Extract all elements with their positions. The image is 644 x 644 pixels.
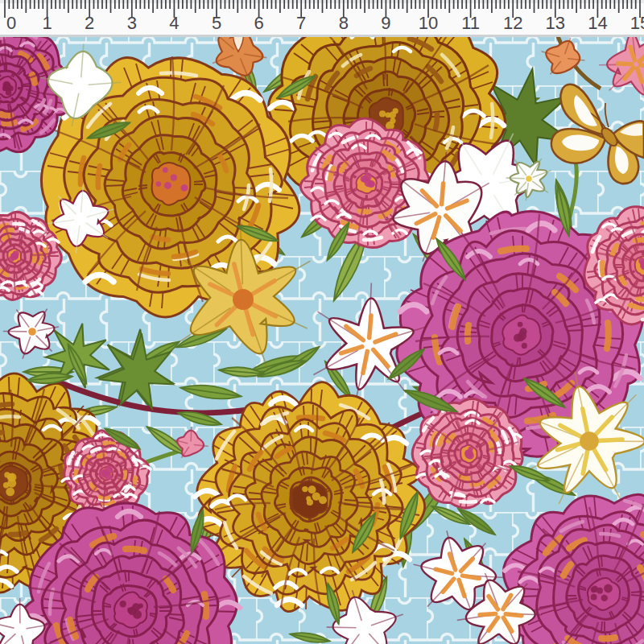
svg-text:4: 4 [169, 13, 179, 33]
svg-text:1: 1 [42, 13, 52, 33]
svg-text:9: 9 [381, 13, 390, 33]
svg-text:8: 8 [339, 13, 349, 33]
svg-text:2: 2 [85, 13, 94, 33]
svg-text:7: 7 [296, 13, 306, 33]
svg-text:11: 11 [461, 13, 480, 33]
svg-text:5: 5 [212, 13, 221, 33]
svg-text:6: 6 [254, 13, 263, 33]
svg-text:15: 15 [630, 13, 644, 33]
svg-text:13: 13 [546, 13, 565, 33]
svg-text:14: 14 [588, 13, 607, 33]
svg-text:10: 10 [419, 13, 438, 33]
svg-text:12: 12 [503, 13, 522, 33]
svg-text:0: 0 [6, 13, 16, 33]
svg-text:3: 3 [127, 13, 137, 33]
